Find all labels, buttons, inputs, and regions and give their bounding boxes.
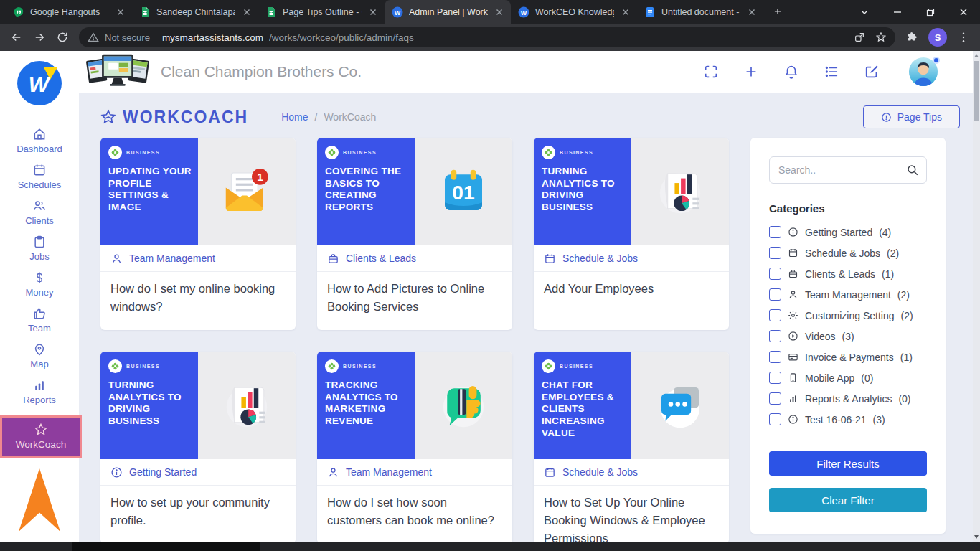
warning-icon[interactable] (88, 32, 99, 43)
browser-profile-avatar[interactable]: S (928, 28, 947, 47)
sidebar-item-team[interactable]: Team (28, 306, 51, 338)
calendar-01-icon: 01 (435, 164, 491, 220)
page-tips-button[interactable]: Page Tips (863, 105, 960, 128)
refresh-icon[interactable] (53, 28, 72, 47)
restore-icon[interactable] (914, 0, 947, 24)
tab-close-icon[interactable] (115, 6, 126, 18)
workceo-logo[interactable]: W (17, 61, 62, 105)
gear-icon (788, 310, 798, 321)
tab-close-icon[interactable] (367, 6, 379, 18)
card-thumbnail: BUSINESSTURNING ANALYTICS TO DRIVING BUS… (534, 138, 729, 245)
browser-tab[interactable]: WAdmin Panel | WorkC (385, 0, 511, 24)
sidebar-item-jobs[interactable]: Jobs (29, 235, 49, 266)
category-checkbox[interactable] (769, 309, 781, 321)
vertical-scrollbar-thumb[interactable] (974, 61, 979, 121)
minimize-icon[interactable] (881, 0, 914, 24)
sidebar-item-reports[interactable]: Reports (23, 378, 56, 410)
search-input[interactable] (769, 156, 927, 184)
tab-close-icon[interactable] (241, 6, 253, 18)
category-checkbox[interactable] (769, 268, 781, 280)
horizontal-scrollbar-thumb[interactable] (72, 542, 260, 551)
new-tab-button[interactable] (768, 1, 788, 22)
category-checkbox[interactable] (769, 392, 781, 405)
tab-close-icon[interactable] (620, 6, 631, 18)
person-icon (110, 253, 123, 265)
breadcrumb-home[interactable]: Home (281, 111, 308, 123)
category-checkbox[interactable] (769, 288, 781, 301)
scroll-up-arrow[interactable] (974, 54, 979, 57)
tab-close-icon[interactable] (494, 6, 505, 18)
category-checkbox[interactable] (769, 226, 781, 238)
browser-tab[interactable]: WWorkCEO Knowledge (511, 0, 637, 24)
category-label: Invoice & Payments (805, 352, 894, 363)
category-checkbox[interactable] (769, 351, 781, 363)
company-logo (85, 53, 151, 91)
category-checkbox[interactable] (769, 247, 781, 259)
clear-filter-button[interactable]: Clear Filter (769, 488, 927, 512)
sheets-icon (139, 6, 151, 18)
sidebar-item-label: Reports (23, 395, 56, 405)
faq-card[interactable]: BUSINESSCHAT FOR EMPLOYEES & CLIENTS INC… (534, 352, 729, 544)
sidebar-item-map[interactable]: Map (30, 342, 48, 374)
category-checkbox[interactable] (769, 372, 781, 384)
faq-card[interactable]: BUSINESSUPDATING YOUR PROFILE SETTINGS &… (100, 138, 296, 330)
filter-results-button[interactable]: Filter Results (769, 451, 927, 476)
company-name: Clean Champion Brothers Co. (161, 63, 362, 80)
thumbnail-title: COVERING THE BASICS TO CREATING REPORTS (325, 166, 409, 214)
bookmark-star-icon[interactable] (875, 32, 887, 43)
close-icon[interactable] (947, 0, 980, 24)
category-checkbox[interactable] (769, 413, 781, 425)
sidebar-item-clients[interactable]: Clients (25, 199, 54, 230)
share-icon[interactable] (854, 32, 865, 43)
faq-card[interactable]: BUSINESSTURNING ANALYTICS TO DRIVING BUS… (100, 352, 296, 544)
category-label: Clients & Leads (805, 268, 875, 280)
people-icon (32, 199, 47, 213)
business-badge-label: BUSINESS (343, 364, 377, 369)
browser-tab[interactable]: Untitled document - G (637, 0, 763, 24)
business-badge-label: BUSINESS (560, 364, 593, 369)
svg-text:1: 1 (257, 171, 263, 183)
user-avatar[interactable] (908, 57, 938, 87)
sidebar-item-schedules[interactable]: Schedules (18, 163, 62, 194)
forward-icon[interactable] (30, 28, 49, 47)
sidebar-item-workcoach[interactable]: WorkCoach (0, 415, 82, 458)
card-category-label: Schedule & Jobs (562, 466, 638, 478)
workceo-icon: W (518, 6, 529, 18)
sidebar-item-dashboard[interactable]: Dashboard (17, 127, 62, 159)
list-icon[interactable] (824, 64, 839, 80)
sidebar-item-money[interactable]: Money (25, 270, 53, 302)
faq-card-grid: BUSINESSUPDATING YOUR PROFILE SETTINGS &… (100, 138, 729, 544)
thumbnail-illustration: 01 (415, 138, 512, 245)
category-checkbox[interactable] (769, 330, 781, 342)
faq-card[interactable]: BUSINESSTURNING ANALYTICS TO DRIVING BUS… (534, 138, 729, 330)
tab-title: Admin Panel | WorkC (409, 7, 488, 17)
faq-card[interactable]: BUSINESSCOVERING THE BASICS TO CREATING … (317, 138, 512, 330)
scroll-down-arrow[interactable] (974, 535, 979, 539)
back-icon[interactable] (7, 28, 26, 47)
fullscreen-icon[interactable] (703, 64, 719, 80)
browser-tab[interactable]: Google Hangouts (6, 0, 132, 24)
workcoach-star-icon (100, 109, 116, 125)
search-icon[interactable] (906, 164, 919, 176)
business-badge-label: BUSINESS (343, 150, 377, 155)
vertical-scrollbar[interactable] (973, 51, 980, 542)
sidebar-item-label: Team (28, 323, 51, 334)
card-category-row: Schedule & Jobs (534, 459, 729, 486)
address-bar[interactable]: Not secure mysmartassistants.com /works/… (79, 27, 895, 47)
bell-icon[interactable] (783, 64, 799, 80)
browser-tab[interactable]: Page Tips Outline - Go (258, 0, 385, 24)
card-thumbnail: BUSINESSTRACKING ANALYTICS TO MARKETING … (317, 352, 512, 459)
browser-tab[interactable]: Sandeep Chintalapalle (132, 0, 258, 24)
horizontal-scrollbar[interactable] (0, 542, 980, 551)
home-icon (32, 127, 47, 141)
calendar-icon (788, 248, 798, 258)
compose-icon[interactable] (864, 64, 880, 80)
plus-icon[interactable] (743, 64, 759, 80)
chevron-down-icon[interactable] (848, 0, 881, 24)
extensions-puzzle-icon[interactable] (903, 28, 921, 47)
faq-card[interactable]: BUSINESSTRACKING ANALYTICS TO MARKETING … (317, 352, 512, 544)
menu-dots-icon[interactable] (954, 28, 973, 47)
calendar-icon (544, 253, 556, 265)
tab-close-icon[interactable] (746, 6, 758, 18)
card-category-row: Team Management (317, 459, 512, 486)
